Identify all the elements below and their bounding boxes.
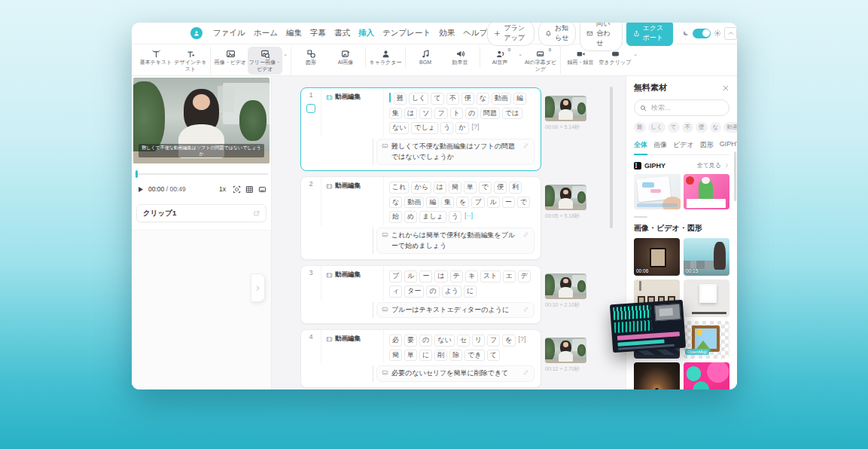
grid-icon[interactable] — [245, 185, 254, 194]
asset-thumbnail[interactable]: 00:15 — [684, 238, 729, 276]
word-token[interactable]: に — [419, 350, 432, 362]
keyword-chip[interactable]: 便 — [696, 122, 708, 133]
word-token[interactable]: 問題 — [480, 108, 500, 120]
word-token[interactable]: 難 — [394, 93, 407, 105]
word-token[interactable]: 便 — [461, 93, 474, 105]
word-token[interactable]: エ — [503, 270, 516, 283]
script-row-card[interactable]: 2動画編集これからは簡単で便利な動画編集をブルーで始めましょう[··]これからは… — [300, 176, 541, 260]
menu-item[interactable]: 字幕 — [310, 28, 326, 38]
clip-label[interactable]: 動画編集 — [326, 93, 380, 102]
clip-thumbnail[interactable] — [545, 338, 586, 363]
word-token[interactable]: 利 — [509, 182, 522, 194]
word-token[interactable]: の — [426, 286, 439, 298]
tab-ビデオ[interactable]: ビデオ — [673, 140, 694, 154]
close-icon[interactable] — [722, 84, 729, 92]
playhead[interactable] — [136, 170, 138, 178]
asset-search-box[interactable] — [634, 99, 729, 116]
word-token[interactable]: ない — [434, 334, 454, 347]
menu-item[interactable]: 効果 — [439, 28, 455, 38]
menu-item[interactable]: ファイル — [213, 28, 245, 38]
word-token[interactable]: ブ — [471, 197, 484, 209]
subtitle-box[interactable]: 必要のないセリフを簡単に削除できて — [376, 365, 535, 382]
panel-expand-handle[interactable] — [251, 273, 265, 302]
word-token[interactable]: ソ — [419, 108, 432, 120]
asset-thumbnail[interactable]: 00:06 — [634, 238, 680, 276]
theme-toggle[interactable] — [693, 29, 711, 38]
word-token[interactable]: 除 — [449, 350, 462, 362]
word-token[interactable]: ましょ — [419, 211, 446, 223]
tool-ai-image[interactable]: AI画像 — [328, 47, 363, 68]
tool-ai-voice[interactable]: 0⌄AI音声 — [483, 47, 517, 68]
word-token[interactable]: 削 — [434, 350, 447, 362]
word-token[interactable]: ー — [419, 270, 432, 283]
word-token[interactable]: て — [431, 93, 443, 105]
word-token[interactable]: スト — [480, 270, 500, 283]
word-token[interactable]: フ — [434, 108, 447, 120]
tool-basic-text[interactable]: 基本テキスト — [139, 47, 173, 68]
word-token[interactable]: リ — [472, 334, 485, 347]
link-icon[interactable] — [522, 369, 529, 376]
export-button[interactable]: エクスポート — [626, 23, 673, 46]
word-token[interactable]: 簡 — [389, 350, 402, 362]
word-token[interactable]: 集 — [441, 197, 454, 209]
word-token[interactable]: の — [465, 108, 478, 120]
word-token[interactable]: か — [455, 122, 468, 134]
word-token[interactable]: ト — [450, 108, 463, 120]
word-token[interactable]: 要 — [404, 334, 417, 347]
tool-design-text[interactable]: デザインテキスト — [173, 47, 208, 75]
word-token[interactable]: な — [477, 93, 489, 105]
action-button[interactable]: お知らせ — [538, 23, 576, 46]
word-token[interactable]: ル — [404, 270, 417, 283]
word-token[interactable]: な — [389, 197, 402, 209]
keyword-chip[interactable]: て — [668, 122, 680, 133]
menu-item[interactable]: 編集 — [286, 28, 302, 38]
clip-card[interactable]: クリップ1 — [136, 204, 266, 222]
asset-thumbnail[interactable] — [634, 362, 680, 389]
action-button[interactable]: プランアップ — [487, 23, 535, 46]
giphy-thumbnail[interactable] — [684, 174, 730, 209]
word-token[interactable]: 始 — [389, 211, 402, 223]
word-token[interactable]: う — [440, 122, 453, 134]
asset-thumbnail[interactable] — [684, 362, 729, 389]
word-token[interactable]: よう — [442, 286, 461, 298]
word-token[interactable]: ない — [389, 122, 409, 134]
subtitle-box[interactable]: ブルーはテキストエディターのように — [376, 302, 535, 319]
word-token[interactable]: 単 — [404, 350, 417, 362]
subtitle-box[interactable]: これからは簡単で便利な動画編集をブルーで始めましょう — [376, 228, 535, 254]
menu-item[interactable]: テンプレート — [382, 28, 431, 38]
token-area[interactable]: 難しくて不便な動画編集はソフトの問題ではないでしょうか[?] — [384, 88, 541, 137]
word-token[interactable]: を — [456, 197, 469, 209]
tool-image-video[interactable]: 画像・ビデオ — [213, 47, 248, 68]
word-token[interactable]: ー — [502, 197, 515, 209]
tab-画像[interactable]: 画像 — [653, 140, 667, 154]
menu-item[interactable]: ヘルプ — [463, 28, 487, 38]
clip-thumbnail[interactable] — [545, 96, 586, 121]
pause-token[interactable]: [··] — [464, 211, 474, 223]
word-token[interactable]: は — [434, 182, 446, 194]
editor-scrollbar[interactable] — [610, 87, 613, 228]
playback-progress-bar[interactable] — [135, 170, 268, 178]
keyword-chip[interactable]: しく — [648, 122, 665, 133]
word-token[interactable]: フ — [487, 334, 500, 347]
clip-label[interactable]: 動画編集 — [326, 334, 380, 344]
word-token[interactable]: から — [411, 182, 431, 194]
menu-item[interactable]: ホーム — [254, 28, 278, 38]
search-input[interactable] — [650, 103, 713, 112]
word-token[interactable]: に — [464, 286, 477, 298]
word-token[interactable]: では — [502, 108, 522, 120]
word-token[interactable]: は — [404, 108, 417, 120]
tab-図形[interactable]: 図形 — [700, 140, 714, 154]
word-token[interactable]: でしょ — [411, 122, 438, 134]
link-icon[interactable] — [522, 306, 529, 313]
word-token[interactable]: め — [404, 211, 417, 223]
subtitle-box[interactable]: 難しくて不便な動画編集はソフトの問題ではないでしょうか — [376, 139, 535, 165]
keyword-chip[interactable]: 難 — [634, 122, 646, 133]
clip-thumbnail[interactable] — [545, 273, 586, 299]
uncertain-token[interactable]: [?] — [471, 122, 480, 134]
tool-record[interactable]: 録画・録音 — [563, 47, 598, 68]
word-token[interactable]: 簡 — [449, 182, 461, 194]
uncertain-token[interactable]: [?] — [518, 334, 527, 347]
keyword-chip[interactable]: 動画 — [723, 122, 737, 133]
chevron-down-icon[interactable]: ⌄ — [633, 51, 638, 57]
word-token[interactable]: の — [419, 334, 432, 347]
